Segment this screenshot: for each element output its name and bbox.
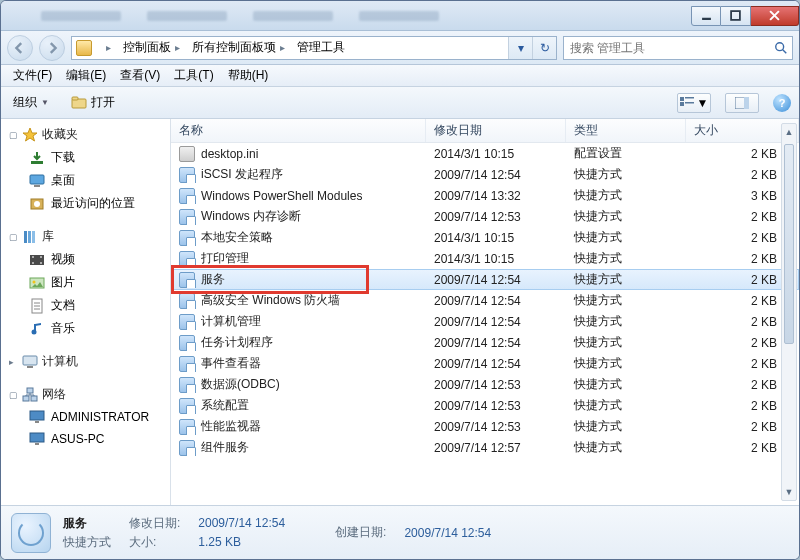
svg-rect-43 xyxy=(35,443,39,445)
help-button[interactable]: ? xyxy=(773,94,791,112)
nav-back-button[interactable] xyxy=(7,35,33,61)
titlebar[interactable] xyxy=(1,1,799,31)
file-row[interactable]: 高级安全 Windows 防火墙2009/7/14 12:54快捷方式2 KB xyxy=(171,290,799,311)
folder-icon xyxy=(76,40,92,56)
details-crt-key: 创建日期: xyxy=(335,524,386,541)
svg-rect-17 xyxy=(34,185,40,187)
sidebar-group-network[interactable]: ▢ 网络 xyxy=(1,383,170,406)
close-button[interactable] xyxy=(751,6,799,26)
command-bar: 组织▼ 打开 ▼ ? xyxy=(1,87,799,119)
file-row[interactable]: Windows PowerShell Modules2009/7/14 13:3… xyxy=(171,185,799,206)
search-box[interactable] xyxy=(563,36,793,60)
menu-edit[interactable]: 编辑(E) xyxy=(60,65,112,86)
search-icon[interactable] xyxy=(770,41,792,55)
details-crt-value: 2009/7/14 12:54 xyxy=(404,526,491,540)
column-type[interactable]: 类型 xyxy=(566,119,686,142)
details-mod-key: 修改日期: xyxy=(129,515,180,532)
preview-pane-button[interactable] xyxy=(725,93,759,113)
svg-point-25 xyxy=(32,262,34,264)
file-row[interactable]: 本地安全策略2014/3/1 10:15快捷方式2 KB xyxy=(171,227,799,248)
file-icon xyxy=(179,272,195,288)
menu-help[interactable]: 帮助(H) xyxy=(222,65,275,86)
open-button[interactable]: 打开 xyxy=(67,92,119,113)
refresh-button[interactable]: ↻ xyxy=(532,37,556,59)
file-icon xyxy=(179,209,195,225)
vertical-scrollbar[interactable]: ▲ ▼ xyxy=(781,123,797,501)
file-row[interactable]: iSCSI 发起程序2009/7/14 12:54快捷方式2 KB xyxy=(171,164,799,185)
search-input[interactable] xyxy=(564,41,770,55)
sidebar-group-favorites[interactable]: ▢ 收藏夹 xyxy=(1,123,170,146)
sidebar-item-documents[interactable]: 文档 xyxy=(1,294,170,317)
sidebar-item-desktop[interactable]: 桌面 xyxy=(1,169,170,192)
file-name: 打印管理 xyxy=(201,250,249,267)
sidebar-item-network-pc[interactable]: ADMINISTRATOR xyxy=(1,406,170,428)
sidebar-item-videos[interactable]: 视频 xyxy=(1,248,170,271)
sidebar-item-music[interactable]: 音乐 xyxy=(1,317,170,340)
file-row[interactable]: 打印管理2014/3/1 10:15快捷方式2 KB xyxy=(171,248,799,269)
organize-button[interactable]: 组织▼ xyxy=(9,92,53,113)
file-icon xyxy=(179,167,195,183)
details-title: 服务 xyxy=(63,515,111,532)
file-type: 快捷方式 xyxy=(566,355,686,372)
details-size-key: 大小: xyxy=(129,534,180,551)
file-row[interactable]: 系统配置2009/7/14 12:53快捷方式2 KB xyxy=(171,395,799,416)
file-type: 快捷方式 xyxy=(566,397,686,414)
sidebar-item-network-pc[interactable]: ASUS-PC xyxy=(1,428,170,450)
file-row[interactable]: desktop.ini2014/3/1 10:15配置设置2 KB xyxy=(171,143,799,164)
svg-rect-8 xyxy=(680,97,684,101)
column-name[interactable]: 名称 xyxy=(171,119,426,142)
menu-file[interactable]: 文件(F) xyxy=(7,65,58,86)
svg-rect-40 xyxy=(30,411,44,420)
network-icon xyxy=(22,387,38,403)
file-date: 2009/7/14 12:54 xyxy=(426,357,566,371)
file-date: 2014/3/1 10:15 xyxy=(426,147,566,161)
breadcrumb-root[interactable]: ▸ xyxy=(96,37,117,59)
nav-forward-button[interactable] xyxy=(39,35,65,61)
maximize-button[interactable] xyxy=(721,6,751,26)
file-icon xyxy=(179,440,195,456)
svg-rect-35 xyxy=(23,356,37,365)
file-row[interactable]: 服务2009/7/14 12:54快捷方式2 KB xyxy=(171,269,799,290)
breadcrumb-box[interactable]: ▸ 控制面板▸ 所有控制面板项▸ 管理工具 ▾ ↻ xyxy=(71,36,557,60)
file-row[interactable]: 事件查看器2009/7/14 12:54快捷方式2 KB xyxy=(171,353,799,374)
file-row[interactable]: 任务计划程序2009/7/14 12:54快捷方式2 KB xyxy=(171,332,799,353)
address-bar: ▸ 控制面板▸ 所有控制面板项▸ 管理工具 ▾ ↻ xyxy=(1,31,799,65)
sidebar-group-computer[interactable]: ▸ 计算机 xyxy=(1,350,170,373)
sidebar-item-recent[interactable]: 最近访问的位置 xyxy=(1,192,170,215)
file-icon xyxy=(179,335,195,351)
picture-icon xyxy=(29,275,45,291)
sidebar-item-pictures[interactable]: 图片 xyxy=(1,271,170,294)
file-row[interactable]: 性能监视器2009/7/14 12:53快捷方式2 KB xyxy=(171,416,799,437)
file-icon xyxy=(179,356,195,372)
breadcrumb-item[interactable]: 控制面板▸ xyxy=(117,37,186,59)
column-headers: 名称 修改日期 类型 大小 xyxy=(171,119,799,143)
sidebar-group-libraries[interactable]: ▢ 库 xyxy=(1,225,170,248)
file-row[interactable]: 数据源(ODBC)2009/7/14 12:53快捷方式2 KB xyxy=(171,374,799,395)
file-name: 组件服务 xyxy=(201,439,249,456)
breadcrumb-item[interactable]: 所有控制面板项▸ xyxy=(186,37,291,59)
column-date[interactable]: 修改日期 xyxy=(426,119,566,142)
file-name: iSCSI 发起程序 xyxy=(201,166,283,183)
scroll-down-button[interactable]: ▼ xyxy=(782,484,796,500)
svg-rect-36 xyxy=(27,366,33,368)
monitor-icon xyxy=(29,409,45,425)
svg-rect-21 xyxy=(28,231,31,243)
breadcrumb-dropdown-button[interactable]: ▾ xyxy=(508,37,532,59)
menu-view[interactable]: 查看(V) xyxy=(114,65,166,86)
svg-point-26 xyxy=(40,256,42,258)
file-row[interactable]: 组件服务2009/7/14 12:57快捷方式2 KB xyxy=(171,437,799,458)
services-icon xyxy=(11,513,51,553)
file-row[interactable]: 计算机管理2009/7/14 12:54快捷方式2 KB xyxy=(171,311,799,332)
minimize-button[interactable] xyxy=(691,6,721,26)
svg-rect-11 xyxy=(685,102,694,104)
file-icon xyxy=(179,251,195,267)
view-options-button[interactable]: ▼ xyxy=(677,93,711,113)
sidebar-item-downloads[interactable]: 下载 xyxy=(1,146,170,169)
menu-tools[interactable]: 工具(T) xyxy=(168,65,219,86)
scroll-thumb[interactable] xyxy=(784,144,794,344)
file-row[interactable]: Windows 内存诊断2009/7/14 12:53快捷方式2 KB xyxy=(171,206,799,227)
file-icon xyxy=(179,314,195,330)
scroll-up-button[interactable]: ▲ xyxy=(782,124,796,140)
breadcrumb-item[interactable]: 管理工具 xyxy=(291,37,351,59)
recent-icon xyxy=(29,196,45,212)
